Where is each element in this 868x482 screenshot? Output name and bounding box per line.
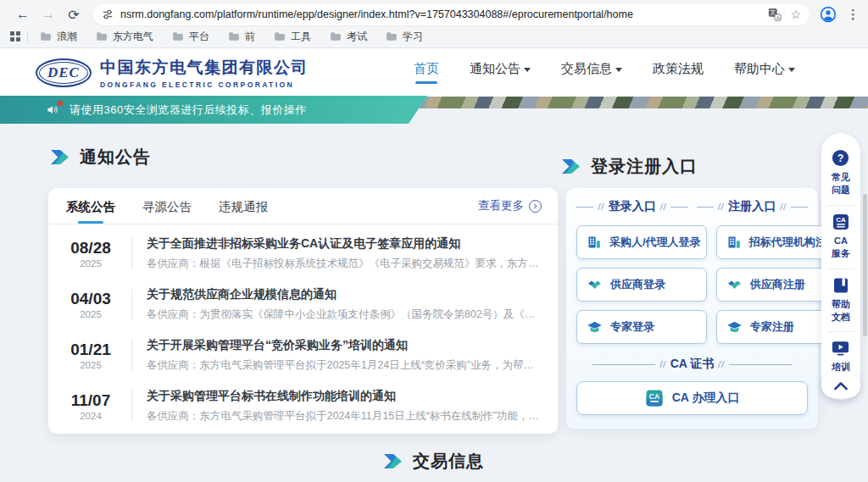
browser-chrome: ← → ⟳ nsrm.dongfang.com/platform/runtime… <box>0 0 868 48</box>
question-icon: ? <box>831 148 850 168</box>
bookmark-folder[interactable]: 考试 <box>330 30 367 44</box>
faq-menu-item[interactable]: ? 常见问题 <box>826 141 854 205</box>
notice-desc: 各供应商：东方电气采购管理平台拟于2025年1月24日上线“竞价采购”业务，为帮… <box>147 358 542 373</box>
graduation-cap-icon <box>726 319 743 335</box>
section-arrow-icon <box>51 150 69 164</box>
view-more-link[interactable]: 查看更多 <box>478 198 542 213</box>
section-arrow-icon <box>384 454 402 468</box>
notice-desc: 各供应商：根据《电子招标投标系统技术规范》《电子采购交易规范》要求，东方电气采购… <box>147 257 542 271</box>
notice-title[interactable]: 关于规范供应商企业规模信息的通知 <box>147 287 542 302</box>
supplier-login-button[interactable]: 供应商登录 <box>576 268 707 302</box>
list-item[interactable]: 11/07 2024 关于采购管理平台标书在线制作功能培训的通知 各供应商：东方… <box>64 380 542 431</box>
ca-service-menu-item[interactable]: CA CA服务 <box>826 205 854 269</box>
expert-login-button[interactable]: 专家登录 <box>576 310 707 344</box>
menu-icon[interactable]: ⋮ <box>847 7 860 22</box>
divider <box>131 390 132 422</box>
nav-trade-info[interactable]: 交易信息 <box>561 61 622 77</box>
apps-grid-icon[interactable] <box>10 31 20 42</box>
bookmark-folder[interactable]: 东方电气 <box>96 30 153 44</box>
notices-tabs: 系统公告 寻源公告 违规通报 查看更多 <box>48 188 558 224</box>
page: ← → ⟳ nsrm.dongfang.com/platform/runtime… <box>0 0 868 482</box>
back-icon[interactable]: ← <box>10 7 36 22</box>
trade-section-header: 交易信息 <box>0 450 868 473</box>
main-nav: 首页 通知公告 交易信息 政策法规 帮助中心 <box>414 61 832 84</box>
forward-icon[interactable]: → <box>36 7 61 22</box>
nav-home[interactable]: 首页 <box>414 61 439 84</box>
floating-menu: ? 常见问题 CA CA服务 帮助文档 培训视频 <box>821 133 860 400</box>
bookmark-star-icon[interactable]: ☆ <box>790 8 801 21</box>
section-title: 登录注册入口 <box>591 155 698 178</box>
notices-card: 系统公告 寻源公告 违规通报 查看更多 08/28 2025 关于全面推进非招标… <box>48 188 558 434</box>
notice-title[interactable]: 关于全面推进非招标采购业务CA认证及电子签章应用的通知 <box>147 236 542 252</box>
divider <box>27 30 28 43</box>
back-to-top-button[interactable] <box>821 373 860 398</box>
tab-violation-reports[interactable]: 违规通报 <box>217 188 270 224</box>
url-bar[interactable]: nsrm.dongfang.com/platform/runtime/epp/d… <box>93 4 810 25</box>
profile-icon[interactable] <box>820 6 837 23</box>
login-section-header: 登录注册入口 <box>562 155 698 178</box>
notice-title[interactable]: 关于采购管理平台标书在线制作功能培训的通知 <box>147 389 542 404</box>
browser-toolbar: ← → ⟳ nsrm.dongfang.com/platform/runtime… <box>0 0 868 26</box>
browser-notice-banner: 请使用360安全浏览器进行后续投标、报价操作 <box>0 96 427 124</box>
translate-icon[interactable]: 文A <box>768 8 782 21</box>
company-logo[interactable]: DEC 中国东方电气集团有限公司 DONGFANG ELECTRIC CORPO… <box>36 57 309 89</box>
notice-title[interactable]: 关于开展采购管理平台“竞价采购业务”培训的通知 <box>147 338 542 353</box>
notice-date: 01/21 2025 <box>64 341 117 370</box>
dec-logo-icon: DEC <box>36 58 92 87</box>
chevron-down-icon <box>524 68 531 72</box>
login-panel: 登录入口 注册入口 采购人/代理人登录 招标代理机构注册 <box>566 188 818 429</box>
notification-dot <box>58 101 63 106</box>
bookmark-folder[interactable]: 平台 <box>172 30 209 44</box>
site-header: DEC 中国东方电气集团有限公司 DONGFANG ELECTRIC CORPO… <box>0 48 868 97</box>
divider <box>131 339 132 371</box>
section-arrow-icon <box>562 159 580 174</box>
notices-list: 08/28 2025 关于全面推进非招标采购业务CA认证及电子签章应用的通知 各… <box>48 224 558 431</box>
company-name-en: DONGFANG ELECTRIC CORPORATION <box>100 80 309 89</box>
handshake-icon <box>587 277 603 293</box>
help-docs-menu-item[interactable]: 帮助文档 <box>826 269 854 332</box>
svg-text:CA: CA <box>836 216 846 224</box>
chevron-right-circle-icon <box>529 200 542 213</box>
ca-icon: CA <box>832 213 850 231</box>
notices-section-header: 通知公告 <box>51 146 151 169</box>
scrollbar[interactable] <box>863 194 867 336</box>
bookmark-folder[interactable]: 前 <box>228 30 255 44</box>
list-item[interactable]: 04/03 2025 关于规范供应商企业规模信息的通知 各供应商：为贯彻落实《保… <box>64 279 542 330</box>
document-icon <box>832 276 850 295</box>
nav-help-center[interactable]: 帮助中心 <box>734 61 795 77</box>
section-title: 通知公告 <box>80 146 151 169</box>
handshake-icon <box>726 277 743 293</box>
video-icon <box>831 339 850 357</box>
notice-date: 08/28 2025 <box>64 239 117 269</box>
building-icon <box>726 235 742 250</box>
divider <box>131 237 132 269</box>
chevron-up-icon <box>832 380 849 391</box>
url-text[interactable]: nsrm.dongfang.com/platform/runtime/epp/d… <box>120 8 760 20</box>
notice-date: 11/07 2024 <box>64 391 117 421</box>
bookmark-folder[interactable]: 工具 <box>274 30 311 44</box>
chevron-down-icon <box>615 68 622 72</box>
graduation-cap-icon <box>587 319 603 335</box>
banner-text: 请使用360安全浏览器进行后续投标、报价操作 <box>70 102 307 118</box>
register-group-header: 注册入口 <box>697 199 809 214</box>
ca-group-header: CA 证书 <box>576 357 808 372</box>
tune-icon <box>102 8 114 20</box>
svg-text:A: A <box>776 15 780 20</box>
bookmark-folder[interactable]: 浪潮 <box>40 30 77 44</box>
nav-notices[interactable]: 通知公告 <box>470 61 531 77</box>
building-icon <box>587 235 602 250</box>
ca-apply-button[interactable]: CA CA 办理入口 <box>576 381 808 415</box>
notice-desc: 各供应商：东方电气采购管理平台拟于2024年11月15日上线“标书在线制作”功能… <box>147 409 542 424</box>
company-name-cn: 中国东方电气集团有限公司 <box>100 57 309 79</box>
list-item[interactable]: 08/28 2025 关于全面推进非招标采购业务CA认证及电子签章应用的通知 各… <box>64 228 542 279</box>
bookmark-folder[interactable]: 学习 <box>386 30 423 44</box>
ca-badge-icon: CA <box>645 389 664 407</box>
reload-icon[interactable]: ⟳ <box>61 7 86 23</box>
tab-system-notices[interactable]: 系统公告 <box>64 188 117 224</box>
notice-desc: 各供应商：为贯彻落实《保障中小企业款项支付条例》（国务院令第802号）及《中小企… <box>147 307 542 322</box>
list-item[interactable]: 01/21 2025 关于开展采购管理平台“竞价采购业务”培训的通知 各供应商：… <box>64 330 542 380</box>
chevron-down-icon <box>788 68 795 72</box>
tab-sourcing-notices[interactable]: 寻源公告 <box>141 188 193 224</box>
purchaser-login-button[interactable]: 采购人/代理人登录 <box>576 225 707 259</box>
nav-policies[interactable]: 政策法规 <box>653 61 704 77</box>
